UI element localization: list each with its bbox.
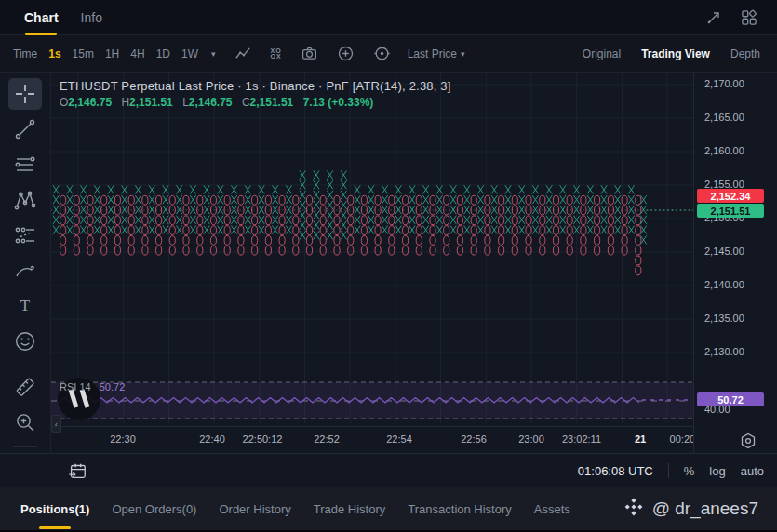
last-price-dropdown[interactable]: Last Price ▾ [408, 47, 465, 60]
trend-line-tool-icon[interactable] [8, 113, 42, 145]
positions-tabs-bar: Positions(1) Open Orders(0) Order Histor… [0, 487, 777, 530]
time-tick: 22:56 [461, 433, 487, 445]
price-axis[interactable]: 2,152.34 2,151.51 50.72 40.00 2,170.002,… [693, 73, 777, 453]
emoji-tool-icon[interactable] [8, 326, 42, 357]
price-tick: 2,140.00 [704, 279, 744, 290]
utc-clock[interactable]: 01:06:08 UTC [578, 464, 653, 478]
interval-15m[interactable]: 15m [73, 47, 94, 60]
go-to-date-icon[interactable] [67, 460, 87, 481]
interval-1d[interactable]: 1D [156, 47, 170, 60]
top-header: Chart Info [0, 0, 777, 35]
chart-bottom-bar: 01:06:08 UTC % log auto [0, 453, 777, 487]
binance-logo-icon [623, 496, 645, 523]
layout-grid-icon[interactable] [740, 8, 758, 27]
mark-price-badge: 2,152.34 [697, 189, 764, 203]
last-price-badge: 2,151.51 [697, 204, 764, 218]
trading-app: Chart Info Time 1s 15m 1H 4H 1D 1W ▾ XO … [0, 0, 777, 532]
chart-region[interactable]: ETHUSDT Perpetual Last Price · 1s · Bina… [51, 73, 693, 453]
tab-chart-label: Chart [24, 10, 59, 25]
text-tool-glyph: T [20, 297, 30, 315]
log-scale-button[interactable]: log [709, 464, 725, 478]
interval-1w[interactable]: 1W [181, 47, 198, 60]
time-axis[interactable]: 22:3022:4022:50:1222:5222:5422:5623:0023… [51, 426, 693, 453]
pnf-chart-type-icon[interactable]: XO OX [271, 48, 282, 60]
rsi-value-badge: 50.72 [697, 392, 764, 406]
zoom-in-tool-icon[interactable] [8, 406, 42, 438]
interval-4h[interactable]: 4H [130, 47, 144, 60]
tab-positions-label: Positions(1) [20, 502, 89, 516]
tab-assets-label: Assets [534, 502, 570, 516]
tab-trade-history-label: Trade History [314, 502, 386, 516]
chart-toolbar: Time 1s 15m 1H 4H 1D 1W ▾ XO OX Last Pri… [0, 35, 777, 73]
last-price-caret-icon: ▾ [461, 49, 465, 59]
watermark-handle: @ dr_anees7 [652, 499, 758, 519]
view-mode-trading-view[interactable]: Trading View [641, 47, 710, 60]
price-tick: 2,165.00 [704, 112, 744, 123]
last-price-label: Last Price [408, 47, 457, 60]
add-circle-icon[interactable] [337, 45, 355, 62]
view-mode-original[interactable]: Original [583, 47, 621, 60]
time-tick: 22:30 [110, 433, 136, 445]
header-actions [704, 8, 764, 27]
price-tick: 2,135.00 [704, 313, 744, 324]
time-tick: 23:00 [518, 433, 544, 445]
fib-retracement-tool-icon[interactable] [8, 149, 42, 180]
auto-scale-button[interactable]: auto [741, 464, 764, 478]
bottom-bar-divider [668, 463, 669, 478]
tab-trade-history[interactable]: Trade History [302, 487, 397, 530]
price-tick: 2,160.00 [704, 145, 744, 156]
tab-info[interactable]: Info [70, 0, 114, 35]
view-mode-depth[interactable]: Depth [730, 47, 760, 60]
pnf-chart-canvas[interactable] [51, 73, 693, 426]
tab-chart[interactable]: Chart [13, 0, 70, 35]
expand-icon[interactable] [704, 8, 723, 27]
watermark: @ dr_anees7 [623, 496, 768, 523]
screenshot-camera-icon[interactable] [301, 45, 318, 62]
time-tick: 21 [635, 433, 646, 445]
xo-bottom: OX [271, 54, 282, 60]
price-tick: 2,170.00 [704, 78, 744, 89]
more-intervals-caret-icon[interactable]: ▾ [211, 49, 216, 59]
chart-main: T ETHUSDT Perpetual Last Price · 1s · Bi… [0, 73, 777, 487]
time-tick: 22:52 [314, 433, 340, 445]
time-tick: 22:50:12 [243, 433, 283, 445]
tab-order-history-label: Order History [219, 502, 290, 516]
crosshair-tool-icon[interactable] [8, 78, 42, 110]
measure-tool-icon[interactable] [8, 371, 42, 403]
price-tick: 2,130.00 [704, 346, 744, 357]
time-label: Time [13, 47, 37, 60]
xabcd-pattern-tool-icon[interactable] [8, 184, 42, 216]
tab-positions[interactable]: Positions(1) [9, 487, 100, 530]
indicator-icon[interactable] [234, 45, 252, 62]
sidebar-divider [13, 446, 37, 447]
time-tick: 22:40 [199, 433, 225, 445]
tab-transaction-history[interactable]: Transaction History [396, 487, 523, 530]
time-tick: 23:02:11 [562, 433, 601, 445]
drawing-tools-sidebar: T [0, 73, 51, 487]
price-tick: 2,145.00 [704, 246, 744, 257]
brush-tool-icon[interactable] [8, 255, 42, 286]
text-tool-icon[interactable]: T [8, 290, 42, 322]
view-mode-switch: Original Trading View Depth [583, 47, 764, 60]
axis-options: 01:06:08 UTC % log auto [578, 463, 777, 478]
projection-tool-icon[interactable] [8, 219, 42, 251]
hexagon-settings-icon[interactable] [737, 430, 759, 454]
tab-assets[interactable]: Assets [523, 487, 582, 530]
target-settings-icon[interactable] [373, 45, 391, 62]
tab-open-orders-label: Open Orders(0) [112, 502, 196, 516]
tab-info-label: Info [81, 10, 102, 25]
percent-scale-button[interactable]: % [684, 464, 695, 478]
time-tick: 22:54 [386, 433, 412, 445]
tab-order-history[interactable]: Order History [208, 487, 301, 530]
tab-open-orders[interactable]: Open Orders(0) [100, 487, 208, 530]
tab-transaction-history-label: Transaction History [408, 502, 512, 516]
interval-1h[interactable]: 1H [105, 47, 119, 60]
interval-1s[interactable]: 1s [48, 47, 60, 60]
sidebar-divider [13, 366, 37, 366]
